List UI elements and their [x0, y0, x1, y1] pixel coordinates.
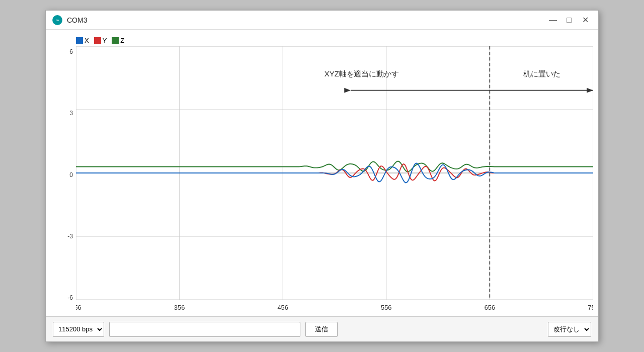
baud-rate-select[interactable]: 115200 bps [53, 322, 104, 337]
svg-text:356: 356 [174, 304, 185, 311]
legend-z: Z [112, 37, 124, 44]
plot-area: XYZ軸を適当に動かす 机に置いた 25 [76, 46, 593, 316]
close-button[interactable]: ✕ [578, 15, 592, 26]
svg-text:656: 656 [485, 304, 495, 311]
legend-x: X [76, 37, 89, 44]
legend-z-color [112, 37, 119, 44]
window-title: COM3 [67, 16, 542, 24]
svg-text:256: 256 [76, 304, 82, 311]
bottom-bar: 115200 bps 送信 改行なし [46, 316, 598, 341]
legend-y-color [94, 37, 101, 44]
svg-text:机に置いた: 机に置いた [523, 69, 560, 78]
legend-y-label: Y [103, 37, 107, 44]
arduino-logo: ∞ [52, 15, 63, 26]
main-window: ∞ COM3 — □ ✕ X Y Z [45, 10, 599, 342]
legend-z-label: Z [120, 37, 124, 44]
newline-select[interactable]: 改行なし [548, 322, 591, 337]
chart-body: 6 3 0 -3 -6 [51, 46, 593, 316]
title-bar: ∞ COM3 — □ ✕ [46, 11, 598, 30]
chart-legend: X Y Z [51, 35, 593, 46]
send-button[interactable]: 送信 [305, 322, 338, 337]
legend-x-color [76, 37, 83, 44]
window-controls: — □ ✕ [546, 15, 592, 26]
svg-text:456: 456 [277, 304, 288, 311]
y-label-min: -6 [67, 294, 73, 301]
svg-text:556: 556 [381, 304, 391, 311]
y-label-max: 6 [69, 48, 73, 55]
svg-text:∞: ∞ [56, 18, 59, 23]
y-axis: 6 3 0 -3 -6 [51, 46, 76, 316]
svg-text:756: 756 [588, 304, 593, 311]
y-label-zero: 0 [69, 171, 73, 179]
legend-y: Y [94, 37, 107, 44]
chart-area: X Y Z 6 3 0 -3 -6 [46, 30, 598, 316]
minimize-button[interactable]: — [546, 15, 560, 26]
serial-input[interactable] [109, 322, 300, 337]
y-label-mid-low: -3 [67, 233, 73, 240]
legend-x-label: X [85, 37, 89, 44]
y-label-mid-high: 3 [69, 110, 73, 117]
svg-text:XYZ軸を適当に動かす: XYZ軸を適当に動かす [325, 69, 399, 78]
chart-svg: XYZ軸を適当に動かす 机に置いた 25 [76, 46, 593, 316]
maximize-button[interactable]: □ [562, 15, 576, 26]
